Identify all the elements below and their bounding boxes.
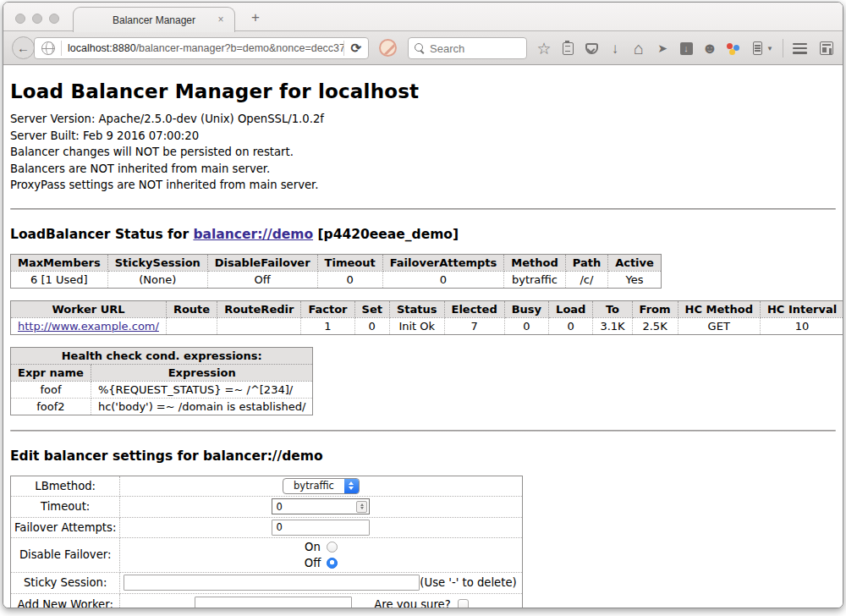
chat-smiley-icon[interactable]: ☻ <box>699 31 721 65</box>
balancer-status-table: MaxMembers StickySession DisableFailover… <box>10 254 662 289</box>
back-button[interactable]: ← <box>12 36 35 59</box>
sticky-session-label: Sticky Session: <box>11 572 120 593</box>
extension-dots-icon[interactable] <box>722 31 744 65</box>
minimize-window-button[interactable] <box>32 14 42 24</box>
col-status: Status <box>389 300 444 317</box>
off-label: Off <box>305 556 321 570</box>
hc-row: foof %{REQUEST_STATUS} =~ /^[234]/ <box>11 381 313 398</box>
hc-table-title: Health check cond. expressions: <box>11 347 313 364</box>
server-version: Server Version: Apache/2.5.0-dev (Unix) … <box>10 111 836 128</box>
balancer-settings-form: LBmethod: bytraffic Timeout: 0 <box>10 476 523 608</box>
col-set: Set <box>354 300 389 317</box>
notice-inherit: Balancers are NOT inherited from main se… <box>10 161 836 178</box>
divider <box>10 430 836 432</box>
timeout-input[interactable]: 0 <box>272 498 370 514</box>
worker-row: http://www.example.com/ 1 0 Init Ok 7 0 … <box>11 317 843 334</box>
timeout-label: Timeout: <box>11 496 120 517</box>
url-path: /balancer-manager?b=demo&nonce=decc37be-… <box>136 42 344 54</box>
page-title: Load Balancer Manager for localhost <box>10 80 836 102</box>
reading-list-icon[interactable] <box>557 31 579 65</box>
lbmethod-select[interactable]: bytraffic <box>283 478 360 494</box>
tab-title: Balancer Manager <box>113 14 195 26</box>
col-expr-name: Expr name <box>11 364 91 381</box>
tab-balancer-manager[interactable]: Balancer Manager × <box>73 7 235 32</box>
window-controls <box>15 14 59 24</box>
col-load: Load <box>549 300 593 317</box>
notice-persist: Balancer changes will NOT be persisted o… <box>10 144 836 161</box>
navigation-toolbar: ← localhost:8880/balancer-manager?b=demo… <box>3 31 843 65</box>
failover-attempts-label: Failover Attempts: <box>11 517 120 537</box>
server-built: Server Built: Feb 9 2016 07:00:20 <box>10 128 836 145</box>
col-hc-method: HC Method <box>678 300 760 317</box>
failover-on-radio[interactable] <box>327 542 338 553</box>
tab-close-icon[interactable]: × <box>215 14 227 25</box>
search-bar[interactable]: Search <box>408 37 527 59</box>
hc-row: foof2 hc('body') =~ /domain is establish… <box>11 398 313 415</box>
number-stepper-icon[interactable] <box>356 501 367 513</box>
col-timeout: Timeout <box>317 254 382 271</box>
status-heading: LoadBalancer Status for balancer://demo … <box>10 227 836 242</box>
sticky-session-input[interactable] <box>124 575 420 591</box>
col-routeredir: RouteRedir <box>217 300 301 317</box>
worker-url-link[interactable]: http://www.example.com/ <box>18 320 159 333</box>
col-route: Route <box>166 300 217 317</box>
balancer-row: 6 [1 Used] (None) Off 0 0 bytraffic /c/ … <box>11 271 662 288</box>
are-you-sure-label: Are you sure? <box>374 598 450 608</box>
lbmethod-selected-value: bytraffic <box>283 479 344 493</box>
add-new-worker-input[interactable] <box>195 597 352 608</box>
lbmethod-label: LBmethod: <box>11 476 120 496</box>
col-failoverattempts: FailoverAttempts <box>382 254 504 271</box>
save-to-device-icon[interactable]: ↓ <box>675 31 697 65</box>
container-dropdown-caret-icon[interactable]: ▼ <box>763 31 777 65</box>
col-to: To <box>593 300 632 317</box>
col-busy: Busy <box>504 300 548 317</box>
globe-icon <box>41 41 55 55</box>
col-worker-url: Worker URL <box>11 300 167 317</box>
col-from: From <box>632 300 678 317</box>
col-disablefailover: DisableFailover <box>207 254 317 271</box>
url-text: localhost:8880/balancer-manager?b=demo&n… <box>68 42 343 54</box>
col-factor: Factor <box>301 300 354 317</box>
on-label: On <box>305 540 321 554</box>
col-active: Active <box>608 254 662 271</box>
reload-icon[interactable]: ⟳ <box>343 41 368 56</box>
are-you-sure-checkbox[interactable] <box>458 599 469 608</box>
url-bar[interactable]: localhost:8880/balancer-manager?b=demo&n… <box>34 37 369 59</box>
col-hc-interval: HC Interval <box>760 300 843 317</box>
menu-hamburger-icon[interactable] <box>788 31 810 65</box>
blocked-content-icon[interactable] <box>379 39 397 57</box>
page-content: Load Balancer Manager for localhost Serv… <box>3 67 843 608</box>
col-elected: Elected <box>444 300 504 317</box>
sticky-session-hint: (Use '-' to delete) <box>420 576 518 589</box>
timeout-value: 0 <box>276 501 282 513</box>
pocket-icon[interactable] <box>580 31 602 65</box>
close-window-button[interactable] <box>15 14 25 24</box>
failover-attempts-input[interactable] <box>272 520 370 536</box>
balancer-link[interactable]: balancer://demo <box>193 227 313 242</box>
search-placeholder: Search <box>430 42 464 55</box>
edit-settings-heading: Edit balancer settings for balancer://de… <box>10 448 836 464</box>
add-new-worker-label: Add New Worker: <box>11 593 120 608</box>
col-method: Method <box>504 254 565 271</box>
zoom-window-button[interactable] <box>49 14 59 24</box>
downloads-icon[interactable]: ↓ <box>604 31 626 65</box>
divider <box>10 208 836 210</box>
new-tab-button[interactable]: + <box>245 9 266 26</box>
health-check-table: Health check cond. expressions: Expr nam… <box>10 347 313 415</box>
tab-bar: Balancer Manager × + <box>3 3 843 31</box>
search-icon <box>415 43 425 53</box>
bookmark-star-icon[interactable]: ☆ <box>533 31 555 65</box>
col-maxmembers: MaxMembers <box>11 254 108 271</box>
reader-grid-icon[interactable] <box>816 31 838 65</box>
url-host: localhost:8880 <box>68 42 136 54</box>
browser-window: Balancer Manager × + ← localhost:8880/ba… <box>3 2 843 608</box>
select-stepper-icon <box>344 479 359 493</box>
failover-off-radio[interactable] <box>327 558 338 569</box>
notice-proxypass: ProxyPass settings are NOT inherited fro… <box>10 177 836 194</box>
disable-failover-label: Disable Failover: <box>11 537 120 572</box>
col-path: Path <box>565 254 607 271</box>
send-tab-icon[interactable]: ➤ <box>651 31 673 65</box>
worker-table: Worker URL Route RouteRedir Factor Set S… <box>10 300 843 335</box>
home-icon[interactable]: ⌂ <box>628 31 650 65</box>
col-expression: Expression <box>91 364 313 381</box>
